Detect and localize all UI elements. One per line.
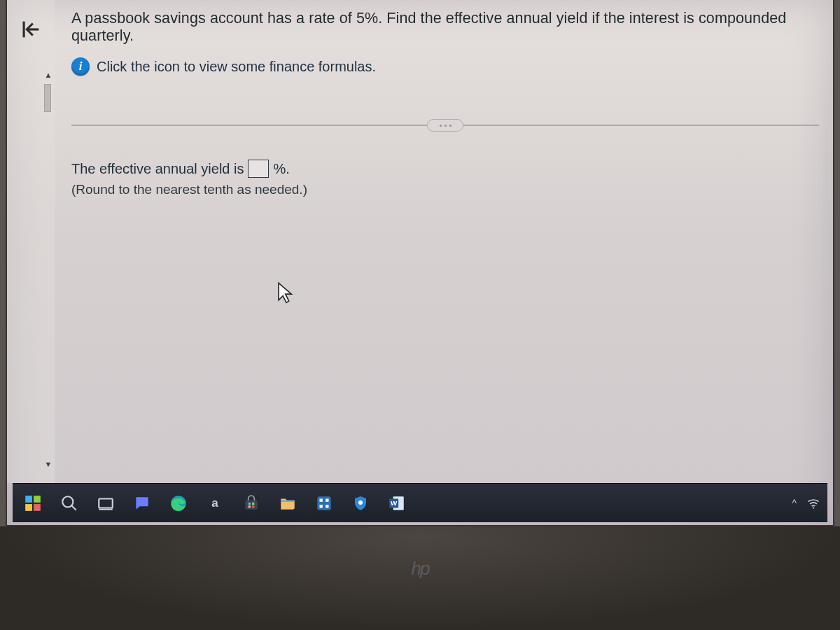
amazon-icon: a — [211, 496, 218, 510]
svg-rect-16 — [317, 496, 331, 510]
settings-tile-button[interactable] — [311, 490, 337, 517]
question-text: A passbook savings account has a rate of… — [62, 3, 829, 45]
file-explorer-button[interactable] — [274, 490, 301, 517]
svg-rect-8 — [99, 498, 113, 507]
section-divider — [71, 125, 819, 126]
svg-point-21 — [358, 500, 363, 505]
svg-line-7 — [71, 505, 76, 510]
task-view-button[interactable] — [92, 490, 119, 517]
svg-rect-5 — [34, 504, 41, 511]
folder-icon — [279, 494, 297, 512]
answer-hint: (Round to the nearest tenth as needed.) — [71, 182, 819, 197]
scroll-down-button[interactable]: ▼ — [43, 459, 53, 469]
edge-icon — [169, 494, 188, 512]
answer-block: The effective annual yield is %. (Round … — [62, 126, 829, 197]
svg-rect-19 — [320, 505, 323, 507]
ellipsis-dot-icon — [449, 125, 451, 127]
vertical-scrollbar[interactable]: ▲ ▼ — [42, 70, 55, 469]
svg-rect-4 — [25, 504, 32, 511]
word-icon: W — [388, 494, 406, 512]
edge-button[interactable] — [165, 490, 192, 517]
search-button[interactable] — [56, 490, 83, 517]
hp-logo: hp — [399, 547, 441, 589]
question-content: A passbook savings account has a rate of… — [62, 3, 829, 483]
info-link-text[interactable]: Click the icon to view some finance form… — [97, 59, 376, 75]
svg-text:W: W — [391, 499, 398, 507]
svg-rect-3 — [34, 496, 41, 503]
task-view-icon — [97, 494, 115, 512]
wifi-icon — [806, 496, 820, 510]
grid-icon — [315, 494, 333, 512]
ellipsis-dot-icon — [440, 125, 442, 127]
shield-icon — [352, 495, 369, 512]
wifi-button[interactable] — [806, 496, 820, 510]
svg-rect-13 — [252, 502, 254, 504]
svg-rect-14 — [248, 505, 251, 507]
laptop-bezel: hp — [0, 526, 840, 630]
store-icon — [242, 494, 260, 512]
store-button[interactable] — [238, 490, 265, 517]
amazon-button[interactable]: a — [202, 490, 228, 517]
windows-taskbar: a — [13, 483, 827, 522]
svg-rect-11 — [245, 500, 257, 509]
system-tray: ^ — [792, 496, 820, 510]
info-row: i Click the icon to view some finance fo… — [62, 45, 829, 76]
svg-rect-2 — [25, 496, 32, 503]
mouse-cursor-icon — [276, 281, 297, 305]
scroll-up-button[interactable]: ▲ — [43, 70, 53, 80]
answer-suffix: %. — [273, 161, 289, 177]
scroll-thumb[interactable] — [44, 84, 51, 112]
security-button[interactable] — [347, 490, 374, 517]
collapse-panel-button[interactable] — [15, 14, 46, 45]
left-gutter: ▲ ▼ — [7, 0, 55, 483]
search-icon — [60, 494, 78, 512]
svg-rect-12 — [248, 502, 251, 504]
screen-area: ▲ ▼ A passbook savings account has a rat… — [6, 0, 834, 526]
svg-point-6 — [62, 496, 73, 507]
svg-rect-15 — [252, 505, 254, 507]
svg-point-25 — [813, 507, 814, 508]
svg-rect-18 — [326, 498, 328, 501]
answer-line: The effective annual yield is %. — [71, 160, 819, 178]
chat-button[interactable] — [129, 490, 155, 517]
divider-menu-button[interactable] — [427, 119, 463, 132]
ellipsis-dot-icon — [444, 125, 447, 127]
answer-prefix: The effective annual yield is — [71, 161, 244, 177]
info-icon[interactable]: i — [71, 57, 90, 76]
word-button[interactable]: W — [384, 490, 410, 517]
start-button[interactable] — [20, 490, 46, 517]
tray-overflow-button[interactable]: ^ — [792, 498, 797, 509]
svg-rect-17 — [320, 498, 323, 501]
chat-icon — [133, 494, 151, 512]
svg-rect-20 — [326, 505, 328, 507]
windows-logo-icon — [24, 494, 42, 512]
answer-input[interactable] — [248, 160, 269, 178]
arrow-bar-left-icon — [19, 18, 43, 41]
